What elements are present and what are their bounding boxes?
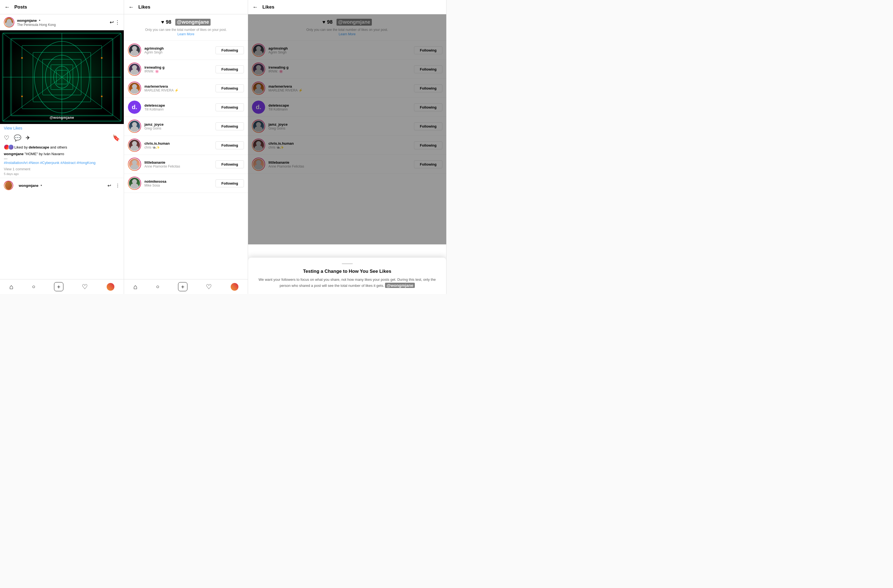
following-button[interactable]: Following	[215, 179, 244, 188]
user-avatar[interactable]	[252, 139, 265, 152]
nav-home-1[interactable]: ⌂	[9, 283, 14, 291]
following-button[interactable]: Following	[414, 141, 442, 149]
user-name: Mike Sosa	[144, 183, 215, 188]
user-avatar[interactable]: d.	[252, 100, 265, 114]
user-avatar[interactable]	[128, 177, 141, 190]
user-avatar[interactable]	[128, 158, 141, 171]
user-handle[interactable]: marlenerivera	[268, 84, 414, 88]
user-handle[interactable]: littlebananie	[144, 160, 215, 165]
user-info: marlenerivera MARLENE RIVERA ⚡	[144, 84, 215, 92]
likes-title: Likes	[138, 4, 244, 10]
following-button[interactable]: Following	[215, 65, 244, 73]
caption-hashtags[interactable]: #InstallationArt #Neon #Cyberpunk #Abstr…	[4, 160, 120, 165]
following-button[interactable]: Following	[215, 46, 244, 54]
following-button[interactable]: Following	[414, 122, 442, 130]
nav-profile-1[interactable]	[107, 283, 114, 291]
following-button[interactable]: Following	[215, 122, 244, 130]
following-button[interactable]: Following	[414, 160, 442, 168]
user-handle[interactable]: irenealing g	[268, 65, 414, 69]
drag-handle[interactable]	[342, 263, 353, 264]
user-name: Agrim Singh	[144, 50, 215, 54]
user-handle[interactable]: marlenerivera	[144, 84, 215, 88]
user-handle[interactable]: jamz_joyce	[144, 122, 215, 126]
user-handle[interactable]: notmikesosa	[144, 179, 215, 183]
likes-count-num-3: 98	[327, 19, 333, 25]
learn-more-link-3[interactable]: Learn More	[253, 32, 442, 36]
user-handle[interactable]: irenealing g	[144, 65, 215, 69]
posts-title: Posts	[14, 4, 119, 10]
svg-point-21	[101, 57, 102, 59]
user-handle[interactable]: jamz_joyce	[268, 122, 414, 126]
share-icon[interactable]: ↩	[110, 20, 114, 25]
comment-icon[interactable]: 💬	[14, 135, 21, 142]
nav-search-1[interactable]: ○	[32, 284, 35, 290]
user-handle[interactable]: chris.is.human	[144, 141, 215, 146]
user-avatar[interactable]	[128, 81, 141, 95]
following-button[interactable]: Following	[215, 84, 244, 92]
svg-point-20	[21, 57, 23, 59]
second-post-avatar[interactable]	[4, 181, 13, 190]
more-icon[interactable]: ⋮	[115, 20, 120, 25]
user-avatar[interactable]	[252, 81, 265, 95]
nav-heart-2[interactable]: ♡	[206, 283, 212, 291]
user-name: chris 🌥✨	[144, 146, 215, 149]
nav-add-2[interactable]: ＋	[178, 282, 188, 291]
second-more-icon[interactable]: ⋮	[116, 183, 120, 188]
user-info: agrimsingh Agrim Singh	[268, 46, 414, 54]
user-avatar[interactable]	[128, 44, 141, 57]
following-button[interactable]: Following	[215, 104, 244, 111]
learn-more-link[interactable]: Learn More	[128, 32, 244, 36]
user-handle[interactable]: littlebananie	[268, 160, 414, 165]
user-avatar[interactable]	[252, 158, 265, 171]
share-post-icon[interactable]: ✈	[26, 135, 30, 142]
user-avatar[interactable]	[128, 63, 141, 76]
following-button[interactable]: Following	[215, 141, 244, 149]
nav-add-1[interactable]: ＋	[54, 282, 63, 291]
likes-back-icon-3[interactable]: ←	[253, 4, 258, 10]
nav-home-2[interactable]: ⌂	[134, 283, 138, 291]
caption-dash: ---	[4, 156, 120, 160]
comment-row[interactable]: View 1 comment	[0, 166, 124, 172]
nav-profile-2[interactable]	[231, 283, 238, 291]
list-item: agrimsingh Agrim Singh Following	[248, 41, 446, 60]
user-avatar[interactable]	[128, 120, 141, 133]
caption-username[interactable]: wongmjane	[4, 152, 24, 156]
user-handle[interactable]: agrimsingh	[144, 46, 215, 50]
overlay-body: We want your followers to focus on what …	[255, 277, 440, 288]
likes-panel: ← Likes ♥ 98 @wongmjane Only you can see…	[124, 0, 248, 294]
nav-search-2[interactable]: ○	[156, 284, 159, 290]
post-username[interactable]: wongmjane	[17, 18, 37, 22]
user-handle[interactable]: deletescape	[268, 104, 414, 108]
user-avatar[interactable]	[128, 139, 141, 152]
user-avatar[interactable]: d.	[128, 100, 141, 114]
following-button[interactable]: Following	[215, 160, 244, 168]
back-icon[interactable]: ←	[5, 4, 10, 10]
nav-heart-1[interactable]: ♡	[82, 283, 88, 291]
view-likes-link[interactable]: View Likes	[4, 126, 23, 130]
likes-header-3: ← Likes	[248, 0, 446, 14]
like-icon[interactable]: ♡	[4, 135, 9, 142]
user-avatar[interactable]	[252, 63, 265, 76]
user-handle[interactable]: chris.is.human	[268, 141, 414, 146]
list-item: notmikesosa Mike Sosa Following	[124, 174, 248, 193]
following-button[interactable]: Following	[414, 84, 442, 92]
post-image-bg: @wongmjane	[0, 30, 124, 124]
following-button[interactable]: Following	[414, 104, 442, 111]
likes-back-icon[interactable]: ←	[128, 4, 134, 10]
following-button[interactable]: Following	[414, 46, 442, 54]
user-avatar[interactable]	[252, 44, 265, 57]
list-item: chris.is.human chris 🌥✨ Following	[248, 136, 446, 155]
second-share-icon[interactable]: ↩	[107, 183, 111, 188]
following-button[interactable]: Following	[414, 65, 442, 73]
caption-area: wongmjane "HOME" by Iván Navarro --- #In…	[0, 151, 124, 166]
bookmark-icon[interactable]: 🔖	[113, 135, 120, 142]
overlay-watermark: @wongmjane	[385, 283, 415, 288]
user-handle[interactable]: deletescape	[144, 104, 215, 108]
post-image: @wongmjane	[0, 30, 124, 124]
bottom-nav-1: ⌂ ○ ＋ ♡	[0, 279, 124, 294]
user-avatar[interactable]	[252, 120, 265, 133]
user-handle[interactable]: agrimsingh	[268, 46, 414, 50]
user-name: Greg Goins	[144, 126, 215, 130]
post-user-avatar[interactable]	[4, 17, 14, 27]
user-name: MARLENE RIVERA ⚡	[268, 88, 414, 92]
